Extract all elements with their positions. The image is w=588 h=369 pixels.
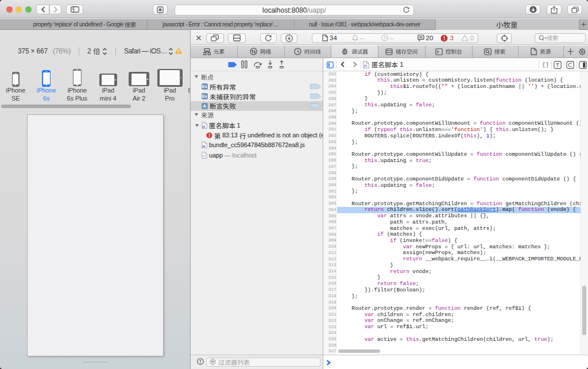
svg-text:js: js (202, 124, 206, 128)
svg-text:js: js (202, 144, 206, 148)
svg-text:js: js (363, 64, 368, 67)
